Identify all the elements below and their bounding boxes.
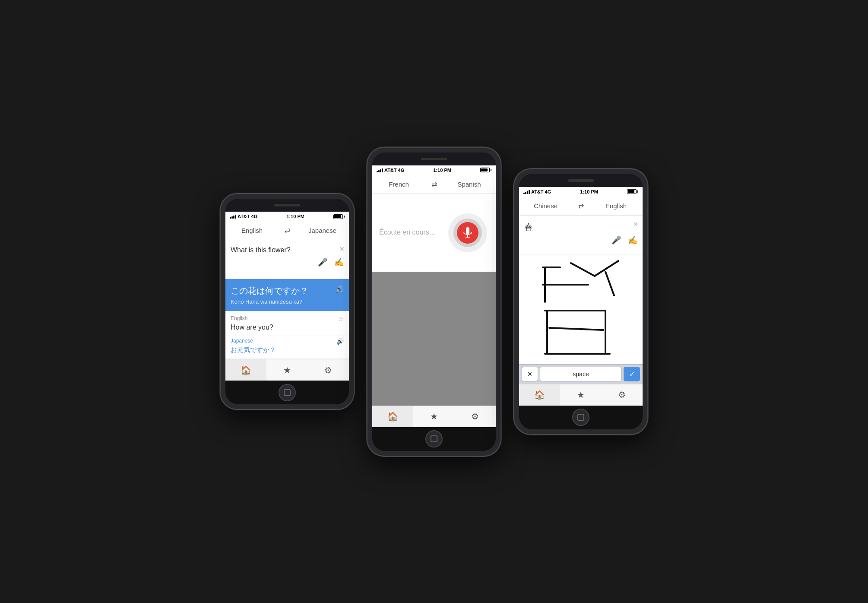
lang-from-1[interactable]: English	[225, 221, 279, 240]
phone-speaker-3	[568, 179, 594, 182]
time-1: 1:10 PM	[286, 214, 304, 219]
nav-home-2[interactable]: 🏠	[372, 406, 413, 427]
battery-2	[480, 168, 491, 172]
lang-to-1[interactable]: Japanese	[296, 221, 349, 240]
voice-ripple-outer-2	[448, 213, 487, 252]
lang-swap-2[interactable]: ⇄	[425, 180, 443, 188]
nav-favorites-3[interactable]: ★	[560, 384, 601, 406]
home-button-2[interactable]	[425, 430, 443, 447]
bottom-nav-3: 🏠 ★ ⚙	[519, 384, 643, 406]
signal-bars-2	[377, 168, 383, 172]
lang-to-2[interactable]: Spanish	[443, 175, 496, 194]
clear-button-3[interactable]: ✕	[633, 221, 638, 228]
network-3: 4G	[545, 189, 551, 194]
nav-favorites-1[interactable]: ★	[266, 359, 307, 381]
signal-bar	[378, 170, 380, 172]
nav-settings-3[interactable]: ⚙	[602, 384, 643, 406]
svg-rect-0	[466, 227, 469, 234]
home-button-area-3	[519, 406, 643, 429]
handwriting-icon-1[interactable]: ✍	[334, 257, 344, 267]
signal-bar	[231, 216, 233, 219]
carrier-1: AT&T	[238, 214, 250, 219]
status-left-2: AT&T 4G	[377, 168, 404, 173]
signal-bar	[230, 217, 231, 219]
space-key-3[interactable]: space	[540, 367, 622, 381]
backspace-key-3[interactable]: ✕	[522, 367, 538, 381]
input-text-3[interactable]: 春	[524, 221, 637, 233]
battery-body-3	[627, 189, 637, 194]
phone-1: AT&T 4G 1:10 PM English ⇄ Japanese	[220, 194, 354, 409]
signal-bar	[525, 192, 526, 194]
nav-favorites-2[interactable]: ★	[413, 406, 454, 427]
signal-bar	[529, 190, 530, 194]
phone-speaker-2	[421, 158, 447, 160]
history-source-text-1: How are you?	[231, 324, 344, 331]
mic-button-red-2[interactable]	[457, 222, 478, 244]
star-icon-1[interactable]: ☆	[338, 315, 344, 322]
signal-bars-3	[523, 190, 530, 194]
battery-3	[627, 189, 638, 194]
home-button-3[interactable]	[572, 409, 589, 426]
nav-home-3[interactable]: 🏠	[519, 384, 560, 406]
lang-from-2[interactable]: French	[372, 175, 425, 194]
svg-line-13	[549, 328, 603, 330]
confirm-key-3[interactable]: ✓	[624, 367, 640, 381]
svg-line-8	[605, 272, 614, 295]
history-sound-icon-1[interactable]: 🔊	[333, 338, 344, 345]
input-area-3: 春 ✕ 🎤 ✍	[519, 216, 643, 254]
mic-svg-2	[463, 227, 472, 239]
translation-main-text-1: この花は何ですか？	[231, 285, 308, 297]
voice-overlay-2: Écoute en cours…	[372, 194, 496, 272]
signal-bar	[377, 171, 378, 172]
phone-screen-1: AT&T 4G 1:10 PM English ⇄ Japanese	[225, 212, 349, 381]
phone-top-bar-2	[372, 152, 496, 165]
nav-settings-2[interactable]: ⚙	[455, 406, 496, 427]
translation-main-row-1: この花は何ですか？ 🔊	[231, 285, 344, 297]
input-text-1[interactable]: What is this flower?	[231, 245, 344, 255]
translation-result-1: この花は何ですか？ 🔊 Kono Hana wa nanidesu ka?	[225, 279, 349, 311]
lang-bar-3: Chinese ⇄ English	[519, 197, 643, 216]
backspace-label-3: ✕	[527, 371, 532, 378]
nav-settings-1[interactable]: ⚙	[308, 359, 349, 381]
battery-body-1	[333, 214, 343, 219]
time-2: 1:10 PM	[433, 168, 451, 173]
signal-bars-1	[230, 214, 236, 219]
battery-fill-1	[334, 215, 341, 218]
nav-home-1[interactable]: 🏠	[225, 359, 266, 381]
keyboard-bar-3: ✕ space ✓	[519, 364, 643, 384]
lang-from-3[interactable]: Chinese	[519, 197, 572, 215]
battery-tip-3	[637, 190, 638, 193]
home-button-area-1	[225, 381, 349, 404]
phone-3: AT&T 4G 1:10 PM Chinese ⇄ English 春	[514, 169, 648, 435]
history-target-text-1: お元気ですか？	[231, 346, 344, 354]
sound-icon-1[interactable]: 🔊	[332, 285, 344, 293]
handwriting-area-3[interactable]	[519, 254, 643, 364]
mic-icon-1[interactable]: 🎤	[318, 257, 327, 267]
battery-body-2	[480, 168, 490, 172]
clear-button-1[interactable]: ✕	[339, 245, 345, 252]
home-button-inner-1	[284, 389, 291, 396]
status-bar-2: AT&T 4G 1:10 PM	[372, 165, 496, 175]
space-label-3: space	[573, 371, 589, 378]
signal-bar	[235, 215, 236, 219]
network-1: 4G	[251, 214, 258, 219]
battery-tip-1	[344, 216, 345, 218]
lang-swap-3[interactable]: ⇄	[572, 202, 589, 210]
history-lang-source-1: English ☆	[231, 315, 344, 322]
history-lang-target-1: Japanese 🔊	[231, 338, 344, 345]
voice-placeholder-2: Écoute en cours…	[379, 228, 436, 237]
input-area-1: What is this flower? ✕ 🎤 ✍	[225, 240, 349, 279]
lang-bar-2: French ⇄ Spanish	[372, 175, 496, 194]
home-button-1[interactable]	[279, 384, 296, 401]
bottom-nav-2: 🏠 ★ ⚙	[372, 406, 496, 427]
lang-to-3[interactable]: English	[589, 197, 643, 215]
mic-icon-3[interactable]: 🎤	[611, 235, 621, 245]
status-bar-1: AT&T 4G 1:10 PM	[225, 212, 349, 221]
phone-top-bar-3	[519, 174, 643, 187]
handwriting-icon-3[interactable]: ✍	[628, 235, 637, 245]
signal-bar	[523, 193, 525, 194]
voice-ripple-inner-2	[453, 219, 482, 247]
battery-tip-2	[491, 169, 491, 171]
input-actions-1: 🎤 ✍	[231, 255, 344, 267]
lang-swap-1[interactable]: ⇄	[279, 226, 296, 235]
